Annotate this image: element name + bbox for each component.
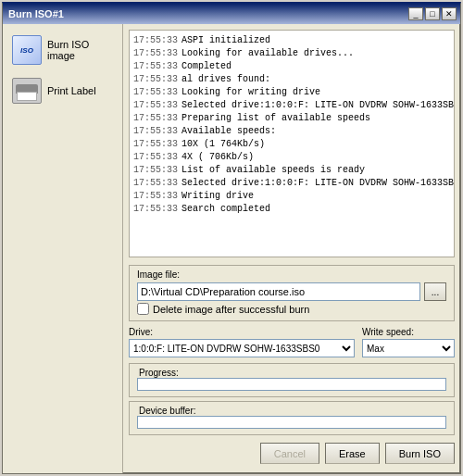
log-message: Search completed (181, 203, 270, 216)
title-controls: _ □ ✕ (408, 7, 457, 20)
delete-checkbox[interactable] (137, 303, 149, 315)
log-message: Selected drive:1:0:0:F: LITE-ON DVDRW SO… (181, 177, 455, 190)
buffer-fieldset: Device buffer: (129, 401, 455, 435)
progress-legend: Progress: (137, 368, 446, 378)
button-row: Cancel Erase Burn ISO (129, 441, 455, 468)
window-title: Burn ISO#1 (8, 8, 64, 19)
drive-speed-row: Drive: 1:0:0:F: LITE-ON DVDRW SOHW-1633S… (129, 327, 455, 357)
log-message: Looking for writing drive (181, 86, 320, 99)
log-line: 17:55:33Selected drive:1:0:0:F: LITE-ON … (133, 177, 450, 190)
log-line: 17:55:33Preparing list of available spee… (133, 112, 450, 125)
main-window: Burn ISO#1 _ □ ✕ ISO Burn ISO image Prin… (2, 2, 461, 474)
erase-button[interactable]: Erase (325, 443, 380, 464)
log-time: 17:55:33 (133, 164, 178, 177)
write-speed-label: Write speed: (362, 327, 455, 337)
log-line: 17:55:33Looking for writing drive (133, 86, 450, 99)
log-time: 17:55:33 (133, 47, 178, 60)
sidebar-item-burn-iso[interactable]: ISO Burn ISO image (6, 31, 119, 69)
log-time: 17:55:33 (133, 190, 178, 203)
buffer-bar (137, 416, 446, 429)
title-bar: Burn ISO#1 _ □ ✕ (3, 4, 460, 24)
log-time: 17:55:33 (133, 73, 178, 86)
log-message: 10X (1 764Kb/s) (181, 138, 265, 151)
log-message: Completed (181, 60, 232, 73)
image-file-row: ... (137, 282, 446, 301)
log-time: 17:55:33 (133, 60, 178, 73)
browse-button[interactable]: ... (424, 282, 446, 301)
main-area: 17:55:33ASPI initialized17:55:33Looking … (123, 24, 460, 473)
buffer-legend: Device buffer: (137, 406, 446, 416)
image-file-label: Image file: (137, 269, 446, 280)
log-line: 17:55:33al drives found: (133, 73, 450, 86)
log-message: Writing drive (181, 190, 254, 203)
write-speed-select[interactable]: Max10X4X (362, 339, 455, 357)
log-message: ASPI initialized (181, 34, 270, 47)
log-time: 17:55:33 (133, 203, 178, 216)
sidebar-item-print-label[interactable]: Print Label (6, 72, 119, 109)
log-message: al drives found: (181, 73, 270, 86)
log-line: 17:55:33Selected drive:1:0:0:F: LITE-ON … (133, 99, 450, 112)
window-content: ISO Burn ISO image Print Label 17:55:33A… (3, 24, 460, 473)
log-message: Looking for available drives... (181, 47, 354, 60)
minimize-button[interactable]: _ (408, 7, 423, 20)
log-message: List of available speeds is ready (181, 164, 365, 177)
burn-iso-icon: ISO (12, 35, 42, 65)
progress-bar (137, 378, 446, 391)
maximize-button[interactable]: □ (425, 7, 440, 20)
sidebar-burn-iso-label: Burn ISO image (47, 39, 113, 61)
log-time: 17:55:33 (133, 125, 178, 138)
delete-checkbox-row: Delete image after successful burn (137, 303, 446, 315)
log-message: Preparing list of available speeds (181, 112, 370, 125)
log-line: 17:55:33 4X ( 706Kb/s) (133, 151, 450, 164)
burn-iso-button[interactable]: Burn ISO (385, 443, 455, 464)
form-area: Image file: ... Delete image after succe… (129, 265, 455, 468)
log-message: Selected drive:1:0:0:F: LITE-ON DVDRW SO… (181, 99, 455, 112)
log-line: 17:55:33Search completed (133, 203, 450, 216)
log-message: 4X ( 706Kb/s) (181, 151, 254, 164)
log-time: 17:55:33 (133, 34, 178, 47)
log-area[interactable]: 17:55:33ASPI initialized17:55:33Looking … (129, 30, 455, 257)
image-file-fieldset: Image file: ... Delete image after succe… (129, 265, 455, 321)
sidebar: ISO Burn ISO image Print Label (3, 24, 123, 473)
log-line: 17:55:33Writing drive (133, 190, 450, 203)
print-icon (12, 76, 42, 106)
log-line: 17:55:33Completed (133, 60, 450, 73)
log-time: 17:55:33 (133, 99, 178, 112)
log-time: 17:55:33 (133, 177, 178, 190)
sidebar-print-label: Print Label (47, 85, 96, 96)
speed-group: Write speed: Max10X4X (362, 327, 455, 357)
log-line: 17:55:33List of available speeds is read… (133, 164, 450, 177)
log-message: Available speeds: (181, 125, 276, 138)
log-line: 17:55:33 10X (1 764Kb/s) (133, 138, 450, 151)
image-file-input[interactable] (137, 282, 420, 301)
log-line: 17:55:33ASPI initialized (133, 34, 450, 47)
close-button[interactable]: ✕ (442, 7, 457, 20)
log-line: 17:55:33Looking for available drives... (133, 47, 450, 60)
drive-select[interactable]: 1:0:0:F: LITE-ON DVDRW SOHW-1633SBS0 (129, 339, 355, 357)
drive-group: Drive: 1:0:0:F: LITE-ON DVDRW SOHW-1633S… (129, 327, 355, 357)
cancel-button[interactable]: Cancel (260, 443, 319, 464)
log-time: 17:55:33 (133, 138, 178, 151)
progress-fieldset: Progress: (129, 363, 455, 397)
log-time: 17:55:33 (133, 151, 178, 164)
log-time: 17:55:33 (133, 86, 178, 99)
log-line: 17:55:33Available speeds: (133, 125, 450, 138)
log-time: 17:55:33 (133, 112, 178, 125)
drive-label: Drive: (129, 327, 355, 337)
delete-checkbox-label: Delete image after successful burn (153, 304, 309, 315)
